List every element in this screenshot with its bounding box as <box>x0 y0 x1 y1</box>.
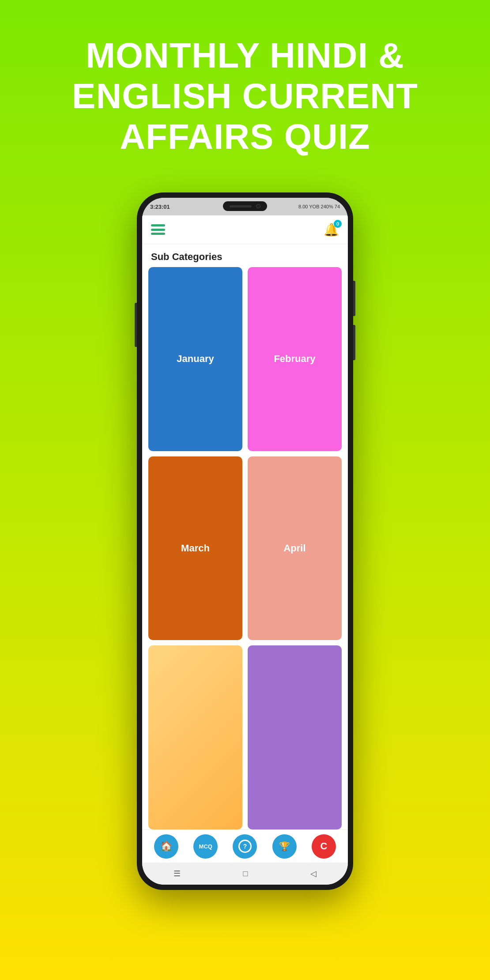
hamburger-menu-button[interactable] <box>151 224 165 235</box>
month-card-may[interactable] <box>148 645 242 829</box>
nav-profile-label: C <box>320 841 327 852</box>
nav-mcq-label: MCQ <box>199 843 212 850</box>
month-card-february[interactable]: February <box>248 267 342 451</box>
phone-mockup: 3:23:01 8.00 YOB 240% 74 🔔 <box>137 192 353 890</box>
month-grid: January February March April <box>142 267 348 829</box>
power-button <box>135 303 137 347</box>
month-card-march[interactable]: March <box>148 456 242 641</box>
nav-home-button[interactable]: 🏠 <box>154 834 178 859</box>
status-right-icons: 8.00 YOB 240% 74 <box>298 204 340 209</box>
nav-profile-button[interactable]: C <box>312 834 336 859</box>
android-menu-button[interactable]: ☰ <box>173 869 181 878</box>
month-card-june[interactable] <box>248 645 342 829</box>
status-time: 3:23:01 <box>150 204 170 210</box>
notification-bell-container[interactable]: 🔔 0 <box>324 222 339 237</box>
month-label-april: April <box>283 543 305 554</box>
app-screen: 🔔 0 Sub Categories January February Mar <box>142 215 348 863</box>
nav-mcq-button[interactable]: MCQ <box>193 834 218 859</box>
month-card-april[interactable]: April <box>248 456 342 641</box>
month-card-january[interactable]: January <box>148 267 242 451</box>
nav-quiz-button[interactable]: ? <box>233 834 257 859</box>
speaker-bar <box>230 205 252 207</box>
app-header: 🔔 0 <box>142 215 348 244</box>
phone-outer-shell: 3:23:01 8.00 YOB 240% 74 🔔 <box>137 192 353 890</box>
section-title: Sub Categories <box>142 244 348 267</box>
android-nav-bar: ☰ □ ◁ <box>142 863 348 885</box>
hamburger-line-3 <box>151 233 165 235</box>
volume-down-button <box>353 325 355 360</box>
android-home-button[interactable]: □ <box>243 869 248 878</box>
volume-up-button <box>353 281 355 316</box>
android-back-button[interactable]: ◁ <box>310 869 317 878</box>
phone-screen: 3:23:01 8.00 YOB 240% 74 🔔 <box>142 198 348 885</box>
status-bar: 3:23:01 8.00 YOB 240% 74 <box>142 198 348 215</box>
month-label-january: January <box>177 353 214 365</box>
bottom-navigation: 🏠 MCQ ? 🏆 C <box>142 829 348 863</box>
quiz-icon: ? <box>238 840 252 853</box>
nav-leaderboard-button[interactable]: 🏆 <box>272 834 297 859</box>
hamburger-line-2 <box>151 229 165 231</box>
camera-notch <box>223 201 267 211</box>
camera-dot <box>256 204 260 208</box>
hamburger-line-1 <box>151 224 165 226</box>
page-headline: MONTHLY HINDI & ENGLISH CURRENT AFFAIRS … <box>0 35 490 157</box>
month-label-february: February <box>274 353 315 365</box>
notification-badge: 0 <box>334 220 342 228</box>
month-label-march: March <box>181 543 210 554</box>
